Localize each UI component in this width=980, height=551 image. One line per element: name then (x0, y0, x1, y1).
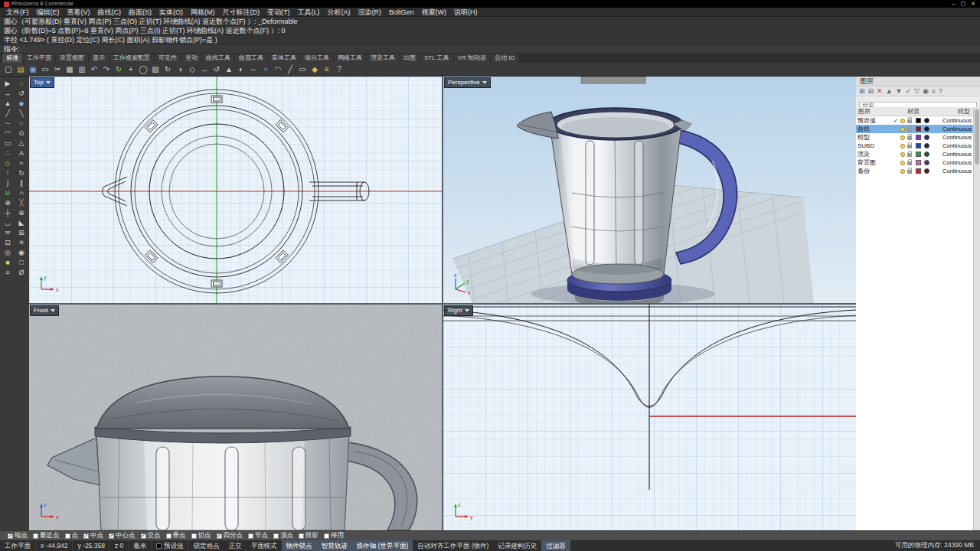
osnap-checkbox[interactable] (65, 533, 70, 539)
layer-material-icon[interactable] (924, 143, 929, 148)
filter-layer-icon[interactable]: ▽ (914, 86, 920, 96)
arc-tool-icon[interactable]: ◠ (2, 129, 14, 138)
circle-tool-icon[interactable]: ○ (15, 119, 28, 128)
osnap-toggle[interactable]: 投影 (299, 531, 318, 540)
status-toggle[interactable]: 锁定格点 (189, 540, 224, 551)
units-label[interactable]: 毫米 (129, 540, 152, 551)
status-toggle[interactable]: 记录建构历史 (493, 540, 541, 551)
layer-visibility-icon[interactable] (900, 161, 905, 165)
toolbar-tab[interactable]: 设置视图 (56, 54, 88, 63)
current-layer-chip[interactable]: 预设值 (152, 540, 189, 551)
layer-row[interactable]: 渲染 Continuous (856, 150, 973, 158)
match-layer-icon[interactable]: ✓ (905, 86, 911, 96)
layers-panel-title[interactable]: 图层 (856, 77, 980, 86)
layers-icon[interactable]: ≡ (322, 64, 332, 75)
layer-name[interactable]: 曲线 (858, 125, 893, 133)
mirror-icon[interactable]: ◐ (236, 64, 247, 75)
status-toggle[interactable]: 智慧轨迹 (317, 540, 352, 551)
redo-icon[interactable]: ↷ (101, 64, 112, 75)
osnap-toggle[interactable]: 中心点 (109, 531, 136, 540)
right-viewport-canvas[interactable]: y z (443, 305, 856, 530)
viewport-perspective[interactable]: x y z Perspective (443, 77, 856, 303)
paste-icon[interactable]: ▥ (77, 64, 87, 75)
revolve-tool-icon[interactable]: ↻ (15, 168, 28, 178)
toolbar-tab[interactable]: 实体工具 (268, 54, 300, 63)
layer-linetype[interactable]: Continuous (931, 151, 972, 158)
viewport-title-front[interactable]: Front (30, 305, 59, 316)
zoom-window-icon[interactable]: ▧ (150, 64, 161, 75)
menu-item[interactable]: BoltGen (385, 8, 418, 17)
layer-name[interactable]: 模型 (858, 133, 893, 142)
menu-item[interactable]: 网格(M) (187, 8, 219, 17)
explode-tool-icon[interactable]: ✳ (15, 238, 28, 247)
viewport-title-perspective[interactable]: Perspective (444, 77, 491, 88)
layer-material-icon[interactable] (924, 152, 929, 157)
layer-name[interactable]: SUBD (858, 142, 893, 149)
toolbar-tab[interactable]: 可见性 (155, 54, 181, 63)
osnap-checkbox[interactable] (191, 533, 197, 539)
osnap-checkbox[interactable] (8, 533, 13, 539)
layer-visibility-icon[interactable] (900, 127, 905, 132)
copy-icon[interactable]: ▦ (64, 64, 75, 75)
layer-material-icon[interactable] (924, 160, 929, 165)
layer-row[interactable]: SUBD Continuous (856, 142, 973, 150)
rotate-icon[interactable]: ↺ (211, 64, 222, 75)
menu-item[interactable]: 查看(V) (64, 8, 94, 17)
layer-name[interactable]: 备份 (858, 167, 893, 175)
arc-icon[interactable]: ◠ (273, 64, 283, 75)
zoom-icon[interactable]: ◯ (138, 64, 149, 75)
layer-lock-icon[interactable] (907, 119, 912, 123)
boolean-intersect-tool-icon[interactable]: ⊗ (2, 198, 14, 207)
surface-icon[interactable]: ◆ (309, 64, 320, 75)
join-tool-icon[interactable]: ⊕ (15, 208, 28, 217)
toolbar-tab[interactable]: 显示 (89, 54, 109, 63)
show-tool-icon[interactable]: ◉ (15, 248, 28, 257)
viewport-menu-arrow-icon[interactable] (482, 81, 487, 84)
curve-tool-icon[interactable]: ∼ (2, 119, 14, 128)
osnap-toggle[interactable]: 切点 (191, 531, 211, 540)
layer-row[interactable]: 模型 Continuous (856, 133, 973, 142)
help-icon[interactable]: ? (334, 64, 345, 75)
layer-material-icon[interactable] (924, 126, 929, 132)
osnap-toggle[interactable]: 端点 (8, 531, 28, 540)
layer-name[interactable]: 预设值 (858, 116, 893, 125)
toolbar-tab[interactable]: 渲染工具 (367, 54, 399, 63)
toolbar-tab[interactable]: 变动 (181, 54, 201, 63)
rectangle-icon[interactable]: ▭ (297, 64, 308, 75)
viewport-menu-arrow-icon[interactable] (51, 309, 55, 312)
refresh-icon[interactable]: ↻ (113, 64, 124, 75)
viewport-menu-arrow-icon[interactable] (46, 81, 51, 84)
maximize-button[interactable]: ▢ (961, 0, 966, 8)
osnap-checkbox[interactable] (141, 533, 146, 539)
menu-item[interactable]: 编辑(E) (33, 8, 64, 17)
split-tool-icon[interactable]: ┼ (2, 208, 14, 217)
toolbar-tab[interactable]: STL 工具 (420, 54, 453, 63)
new-layer-icon[interactable]: ⊞ (859, 86, 865, 96)
line-icon[interactable]: ╱ (285, 64, 296, 75)
layer-material-icon[interactable] (924, 118, 929, 123)
menu-item[interactable]: 变动(T) (263, 8, 294, 17)
osnap-checkbox[interactable] (109, 533, 114, 539)
osnap-toggle[interactable]: 中点 (83, 531, 103, 540)
layer-row[interactable]: 预设值 ✓ Continuous (856, 116, 973, 125)
layer-visibility-icon[interactable] (900, 135, 905, 140)
polyline-tool-icon[interactable]: ╲ (15, 109, 28, 118)
cplane-button[interactable]: 工作平面 (0, 540, 36, 551)
osnap-checkbox[interactable] (248, 533, 253, 539)
menu-item[interactable]: 分析(A) (324, 8, 354, 17)
layer-color-swatch[interactable] (916, 135, 921, 140)
layer-visibility-icon[interactable] (900, 152, 905, 157)
gumball-tool-icon[interactable]: ◆ (15, 99, 28, 108)
layer-row[interactable]: 背景图 Continuous (856, 158, 973, 167)
osnap-toggle[interactable]: 点 (65, 531, 79, 540)
toolbar-tab[interactable]: 工作视窗配置 (109, 54, 154, 63)
layer-name[interactable]: 渲染 (858, 150, 893, 158)
menu-item[interactable]: 实体(O) (155, 8, 187, 17)
polygon-tool-icon[interactable]: △ (15, 139, 28, 148)
command-prompt[interactable]: 指令: (0, 44, 980, 54)
layer-lock-icon[interactable] (907, 128, 912, 132)
layer-color-swatch[interactable] (916, 118, 921, 123)
layer-linetype[interactable]: Continuous (931, 117, 972, 124)
rectangle-tool-icon[interactable]: ▭ (2, 139, 14, 148)
layer-linetype[interactable]: Continuous (931, 134, 972, 141)
